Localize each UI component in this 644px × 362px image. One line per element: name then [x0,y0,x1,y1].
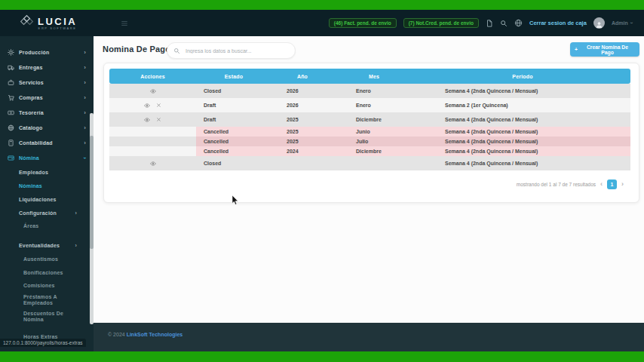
table-header: Acciones Estado Año Mes Periodo [109,69,630,84]
sidebar-item-configuracion[interactable]: Configuración › [0,206,94,219]
sidebar: Producción › Entregas › Servicios › Comp… [0,36,94,351]
cell-estado: Closed [196,84,279,98]
cell-periodo: Semana 4 (2nda Quincena / Mensual) [437,84,630,98]
sub-item-label: Configuración [19,210,57,216]
cell-ano: 2026 [279,84,348,98]
sidebar-item-eventualidades[interactable]: Eventualidades › [0,238,94,252]
logo-subtext: ERP SOFTWARE [38,27,77,30]
sidebar-item-ausentismos[interactable]: Ausentismos [0,252,94,265]
cell-estado: Cancelled [196,146,279,156]
create-payroll-label: Crear Nomina De Pago [580,44,635,55]
cell-estado: Draft [196,98,279,112]
chevron-down-icon: › [81,157,88,159]
copyright-text: © 2024 [108,332,125,337]
globe-icon[interactable] [514,19,523,27]
sidebar-item-label: Catalogo [19,125,43,130]
pending-credit-notes-badge[interactable]: (7) Not.Cred. pend. de envio [403,18,479,28]
view-icon[interactable] [144,117,150,123]
search-box [167,42,296,59]
cell-mes: Diciembre [348,146,437,156]
sidebar-item-catalogo[interactable]: Catalogo › [0,120,94,135]
next-page-icon[interactable]: › [621,180,624,188]
chevron-right-icon: › [75,210,77,216]
prev-page-icon[interactable]: ‹ [600,180,603,188]
chevron-right-icon: › [84,79,86,86]
column-header-acciones: Acciones [109,74,196,79]
sub-item-label: Liquidaciones [19,197,57,202]
column-header-ano: Año [271,74,333,79]
sidebar-item-compras[interactable]: Compras › [0,90,94,105]
page-number-button[interactable]: 1 [607,179,617,189]
user-avatar[interactable] [593,17,605,29]
sidebar-item-empleados[interactable]: Empleados [0,165,94,179]
cell-ano: 2025 [279,127,348,137]
sidebar-item-nomina[interactable]: Nómina › [0,150,94,165]
cell-ano: 2025 [279,112,348,127]
globe-icon [8,124,14,131]
sidebar-item-liquidaciones[interactable]: Liquidaciones [0,192,94,206]
chevron-right-icon: › [84,94,86,101]
menu-toggle-icon[interactable] [121,17,128,30]
sidebar-item-comisiones[interactable]: Comisiones [0,279,94,292]
row-actions [109,98,196,112]
sidebar-item-label: Compras [19,95,43,100]
topbar: LUCIA ERP SOFTWARE (46) Fact. pend. de e… [0,10,644,36]
sidebar-item-tesoreria[interactable]: Tesorería › [0,105,94,120]
document-icon[interactable] [486,20,493,27]
chevron-right-icon: › [75,243,77,248]
user-menu[interactable]: Admin › [612,20,632,26]
sidebar-item-bonificaciones[interactable]: Bonificaciones [0,265,94,279]
chevron-right-icon: › [84,49,86,56]
sidebar-item-descuentos-de-nomina[interactable]: Descuentos De Nómina [0,308,94,325]
chevron-right-icon: › [84,109,86,116]
chevron-right-icon: › [84,124,86,131]
cell-mes: Diciembre [348,112,437,127]
close-cash-session-link[interactable]: Cerrar sesion de caja [529,20,587,26]
cancel-icon[interactable] [156,103,161,108]
row-actions [109,146,196,156]
table-row: Draft 2025 Diciembre Semana 4 (2nda Quin… [109,112,630,127]
pending-invoices-badge[interactable]: (46) Fact. pend. de envio [329,18,397,28]
table-row: Closed 2026 Enero Semana 4 (2nda Quincen… [109,84,630,98]
sidebar-item-contabilidad[interactable]: Contabilidad › [0,135,94,150]
sidebar-nav: Producción › Entregas › Servicios › Comp… [0,36,94,343]
create-payroll-button[interactable]: + Crear Nomina De Pago [570,42,639,57]
cell-ano [279,156,348,170]
sidebar-item-label: Servicios [19,80,44,85]
table-row-cancelled: Cancelled 2025 Julio Semana 4 (2nda Quin… [109,137,630,146]
main-content: Nomina De Pagos + Crear Nomina De Pago A… [94,36,644,323]
row-actions [109,127,196,137]
sidebar-item-entregas[interactable]: Entregas › [0,60,94,75]
search-icon[interactable] [500,20,508,27]
cell-mes [348,156,437,170]
cell-ano: 2024 [279,146,348,156]
view-icon[interactable] [150,88,156,94]
row-actions [109,112,196,127]
cell-mes: Julio [348,137,437,146]
calculator-icon [8,140,14,146]
sidebar-item-produccion[interactable]: Producción › [0,44,94,60]
cell-periodo: Semana 4 (2nda Quincena / Mensual) [437,156,630,170]
footer-band: © 2024 LinkSoft Technologies [94,323,644,351]
search-icon [173,48,180,54]
topbar-right: (46) Fact. pend. de envio (7) Not.Cred. … [329,17,632,29]
sidebar-item-nominas[interactable]: Nóminas [0,179,94,192]
sidebar-item-label: Contabilidad [19,140,53,146]
search-input[interactable] [184,48,289,54]
sidebar-item-servicios[interactable]: Servicios › [0,75,94,90]
page-title: Nomina De Pagos [103,44,176,54]
plus-icon: + [575,47,578,52]
sidebar-item-label: Tesorería [19,110,44,115]
sidebar-item-areas[interactable]: Áreas [0,219,94,232]
status-bar-url: 127.0.0.1:8000/payrolls/horas-extras [0,339,86,347]
view-icon[interactable] [144,103,150,109]
lucia-logo-icon [20,14,34,32]
cell-ano: 2025 [279,137,348,146]
cancel-icon[interactable] [156,117,161,122]
view-icon[interactable] [150,161,156,167]
cell-periodo: Semana 2 (1er Quincena) [437,98,630,112]
table-row: Closed Semana 4 (2nda Quincena / Mensual… [109,156,630,170]
sidebar-item-prestamos-a-empleados[interactable]: Préstamos A Empleados [0,292,94,308]
company-link[interactable]: LinkSoft Technologies [127,332,183,337]
cell-estado: Cancelled [196,127,279,137]
